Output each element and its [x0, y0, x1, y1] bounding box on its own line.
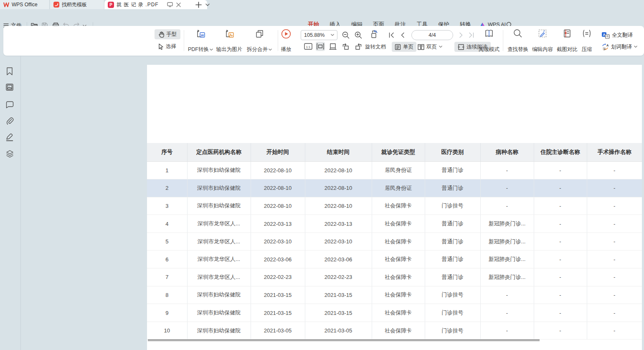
table-cell: -	[587, 304, 642, 322]
zoom-in-button[interactable]	[354, 31, 363, 40]
table-cell: 3	[147, 197, 187, 215]
hand-tool-button[interactable]: 手型	[155, 29, 180, 39]
split-merge-button[interactable]: 拆分合并	[243, 29, 275, 53]
table-cell: 社会保障卡	[372, 215, 425, 233]
select-tool-button[interactable]: 选择	[155, 41, 180, 51]
svg-text:字: 字	[603, 47, 606, 51]
page-number-input[interactable]	[411, 30, 453, 40]
table-cell: -	[534, 179, 587, 197]
table-cell: 深圳市妇幼保健院	[187, 286, 251, 304]
table-cell: 2021-03-15	[251, 304, 305, 322]
tab-wps-office[interactable]: WPS Office	[0, 0, 50, 9]
table-cell: 2022-08-10	[251, 179, 305, 197]
table-cell: 9	[147, 304, 187, 322]
search-icon	[513, 29, 522, 38]
new-tab-button[interactable]	[195, 0, 202, 9]
table-cell: 普通门诊	[425, 215, 480, 233]
export-image-label: 输出为图片	[216, 46, 243, 53]
table-cell: 2021-03-15	[305, 304, 372, 322]
last-page-button[interactable]	[467, 31, 476, 40]
table-cell: 新冠肺炎门诊...	[480, 215, 534, 233]
hand-icon	[158, 31, 164, 38]
monitor-icon[interactable]	[167, 2, 173, 7]
rotate-left-icon[interactable]	[341, 42, 350, 51]
zoom-level-select[interactable]: 105.88%	[301, 30, 337, 40]
table-cell: 深圳市龙华区人...	[187, 250, 251, 268]
read-mode-button[interactable]: 阅读模式	[477, 29, 502, 53]
table-cell: -	[480, 179, 534, 197]
table-cell: 2022-03-13	[251, 215, 305, 233]
split-merge-icon	[254, 29, 264, 39]
export-image-button[interactable]: 输出为图片	[213, 29, 245, 53]
rotate-right-icon[interactable]	[354, 42, 363, 51]
table-cell: -	[480, 197, 534, 215]
table-cell: 深圳市妇幼保健院	[187, 304, 251, 322]
table-cell: 10	[147, 322, 187, 340]
thumbnail-image-icon[interactable]	[5, 82, 14, 92]
table-cell: -	[587, 322, 642, 340]
edit-pencil-icon	[538, 29, 547, 38]
wps-logo-icon	[3, 2, 9, 7]
tab-docer-templates[interactable]: 找稻壳模板	[50, 0, 104, 9]
read-mode-label: 阅读模式	[479, 46, 499, 53]
rotate-doc-button[interactable]: 旋转文档	[365, 42, 386, 52]
single-page-button[interactable]: 单页	[392, 42, 416, 52]
column-header: 结束时间	[305, 143, 372, 161]
tab-document-active[interactable]: P 就 医 记 录 .PDF	[104, 0, 207, 9]
table-cell: 深圳市妇幼保健院	[187, 197, 251, 215]
find-replace-button[interactable]: 查找替换	[505, 29, 531, 53]
signature-pen-icon[interactable]	[5, 133, 14, 142]
table-cell: 深圳市妇幼保健院	[187, 161, 251, 179]
table-cell: -	[587, 232, 642, 250]
pdf-convert-button[interactable]: W PDF转换	[185, 29, 216, 53]
previous-page-button[interactable]	[398, 31, 407, 40]
table-row: 8深圳市妇幼保健院2021-03-152021-03-15社会保障卡门诊挂号--…	[147, 286, 642, 304]
table-row: 7深圳市龙华区人...2022-02-232022-02-23社会保障卡普通门诊…	[147, 268, 642, 286]
table-row: 4深圳市龙华区人...2022-03-132022-03-13社会保障卡普通门诊…	[147, 215, 642, 233]
full-translate-button[interactable]: A 全文翻译	[601, 30, 633, 40]
table-cell: -	[587, 197, 642, 215]
tab-list-chevron-icon[interactable]	[205, 0, 210, 9]
full-translate-label: 全文翻译	[612, 32, 633, 39]
screenshot-compare-icon	[563, 29, 572, 38]
attachment-icon[interactable]	[5, 116, 14, 125]
table-cell: 普通门诊	[425, 161, 480, 179]
single-page-icon	[395, 44, 401, 50]
double-page-label: 双页	[426, 43, 437, 51]
layers-icon[interactable]	[5, 149, 14, 158]
hand-tool-label: 手型	[166, 31, 177, 38]
pdf-file-icon: P	[108, 2, 114, 8]
table-cell: 社会保障卡	[372, 268, 425, 286]
comment-icon[interactable]	[5, 100, 14, 109]
column-header: 定点医药机构名称	[187, 143, 251, 161]
table-cell: 2022-02-23	[251, 268, 305, 286]
table-cell: 社会保障卡	[372, 197, 425, 215]
play-button[interactable]: 播放	[275, 29, 297, 53]
bookmark-icon[interactable]	[5, 66, 14, 76]
fit-page-button[interactable]	[328, 42, 337, 51]
table-cell: -	[534, 197, 587, 215]
compress-button[interactable]: 压缩	[577, 29, 597, 53]
table-cell: 1	[147, 161, 187, 179]
table-cell: 2	[147, 179, 187, 197]
next-page-button[interactable]	[456, 31, 466, 40]
replace-pages-icon[interactable]	[368, 30, 378, 39]
pdf-page: 序号定点医药机构名称开始时间结束时间就诊凭证类型医疗类别病种名称住院主诊断名称手…	[147, 65, 642, 350]
actual-size-button[interactable]: 1:1	[304, 42, 313, 51]
table-cell: 深圳市妇幼保健院	[187, 322, 251, 340]
zoom-out-button[interactable]	[341, 31, 350, 40]
table-cell: -	[534, 322, 587, 340]
fit-width-button[interactable]	[316, 42, 325, 51]
word-translate-button[interactable]: 字A 划词翻译	[601, 42, 637, 52]
double-page-button[interactable]: 双页	[418, 42, 442, 52]
table-cell: -	[534, 304, 587, 322]
table-cell: 2022-03-10	[251, 232, 305, 250]
first-page-button[interactable]	[387, 31, 396, 40]
table-cell: 深圳市妇幼保健院	[187, 179, 251, 197]
table-cell: 8	[147, 286, 187, 304]
table-cell: 7	[147, 268, 187, 286]
table-row: 6深圳市龙华区人...2022-03-062022-03-06社会保障卡普通门诊…	[147, 250, 642, 268]
edit-content-button[interactable]: 编辑内容	[529, 29, 556, 53]
close-tab-icon[interactable]	[176, 3, 181, 7]
table-cell: 门诊挂号	[425, 197, 480, 215]
